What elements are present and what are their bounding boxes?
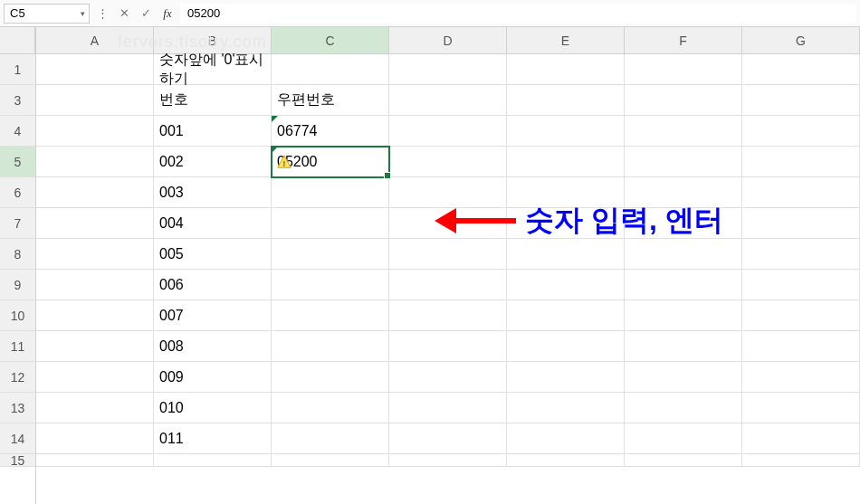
cell-B10[interactable]: 007 [154, 300, 272, 331]
cell-A10[interactable] [36, 300, 154, 331]
cell-A9[interactable] [36, 270, 154, 300]
chevron-down-icon[interactable]: ▾ [81, 9, 85, 18]
cell-F9[interactable] [625, 270, 742, 300]
row-header-13[interactable]: 13 [0, 393, 35, 423]
cell-F12[interactable] [625, 362, 742, 393]
column-header-G[interactable]: G [742, 27, 860, 53]
cell-E15[interactable] [507, 454, 625, 467]
select-all-corner[interactable] [0, 27, 35, 54]
cell-E9[interactable] [507, 270, 625, 300]
cell-E6[interactable] [507, 177, 625, 208]
cell-E11[interactable] [507, 331, 625, 362]
row-header-8[interactable]: 8 [0, 239, 35, 270]
more-icon[interactable]: ⋮ [93, 4, 111, 24]
cell-E5[interactable] [507, 147, 625, 177]
cell-A4[interactable] [36, 116, 154, 147]
cell-C6[interactable] [272, 177, 389, 208]
cell-D13[interactable] [389, 393, 507, 423]
column-header-E[interactable]: E [507, 27, 625, 53]
row-header-10[interactable]: 10 [0, 300, 35, 331]
cell-G12[interactable] [742, 362, 860, 393]
cell-E4[interactable] [507, 116, 625, 147]
cell-E12[interactable] [507, 362, 625, 393]
cell-F5[interactable] [625, 147, 742, 177]
cell-C7[interactable] [272, 208, 389, 239]
cell-B7[interactable]: 004 [154, 208, 272, 239]
cell-E10[interactable] [507, 300, 625, 331]
row-header-6[interactable]: 6 [0, 177, 35, 208]
cell-B14[interactable]: 011 [154, 423, 272, 454]
cell-F8[interactable] [625, 239, 742, 270]
cell-G7[interactable] [742, 208, 860, 239]
cell-A11[interactable] [36, 331, 154, 362]
cell-F15[interactable] [625, 454, 742, 467]
row-header-11[interactable]: 11 [0, 331, 35, 362]
cell-C1[interactable] [272, 54, 389, 85]
cell-A14[interactable] [36, 423, 154, 454]
cell-A7[interactable] [36, 208, 154, 239]
cell-B1[interactable]: 숫자앞에 '0'표시하기 [154, 54, 272, 85]
row-header-12[interactable]: 12 [0, 362, 35, 393]
cell-C10[interactable] [272, 300, 389, 331]
column-header-D[interactable]: D [389, 27, 507, 53]
cell-D6[interactable] [389, 177, 507, 208]
cell-D15[interactable] [389, 454, 507, 467]
cell-G13[interactable] [742, 393, 860, 423]
cell-D14[interactable] [389, 423, 507, 454]
cell-G6[interactable] [742, 177, 860, 208]
cell-G9[interactable] [742, 270, 860, 300]
cell-F13[interactable] [625, 393, 742, 423]
cell-D9[interactable] [389, 270, 507, 300]
cell-A5[interactable] [36, 147, 154, 177]
cell-G10[interactable] [742, 300, 860, 331]
cell-E13[interactable] [507, 393, 625, 423]
cell-B15[interactable] [154, 454, 272, 467]
cell-C3[interactable]: 우편번호 [272, 85, 389, 116]
cell-D4[interactable] [389, 116, 507, 147]
cell-G1[interactable] [742, 54, 860, 85]
cell-B5[interactable]: 002! [154, 147, 272, 177]
cell-A12[interactable] [36, 362, 154, 393]
cell-E3[interactable] [507, 85, 625, 116]
cell-G15[interactable] [742, 454, 860, 467]
cell-C9[interactable] [272, 270, 389, 300]
cell-A3[interactable] [36, 85, 154, 116]
cell-E8[interactable] [507, 239, 625, 270]
cell-B13[interactable]: 010 [154, 393, 272, 423]
cell-D1[interactable] [389, 54, 507, 85]
column-header-F[interactable]: F [625, 27, 742, 53]
cell-C8[interactable] [272, 239, 389, 270]
cell-F6[interactable] [625, 177, 742, 208]
cell-D7[interactable] [389, 208, 507, 239]
cell-D12[interactable] [389, 362, 507, 393]
cell-A1[interactable] [36, 54, 154, 85]
cell-C11[interactable] [272, 331, 389, 362]
confirm-icon[interactable]: ✓ [137, 4, 155, 24]
row-header-14[interactable]: 14 [0, 423, 35, 454]
row-header-9[interactable]: 9 [0, 270, 35, 300]
cell-F1[interactable] [625, 54, 742, 85]
name-box[interactable]: C5 ▾ [4, 4, 90, 24]
cell-F4[interactable] [625, 116, 742, 147]
cell-B12[interactable]: 009 [154, 362, 272, 393]
cell-B3[interactable]: 번호 [154, 85, 272, 116]
cell-G4[interactable] [742, 116, 860, 147]
cell-B6[interactable]: 003 [154, 177, 272, 208]
cell-F11[interactable] [625, 331, 742, 362]
cell-C13[interactable] [272, 393, 389, 423]
cell-E7[interactable] [507, 208, 625, 239]
cell-G3[interactable] [742, 85, 860, 116]
row-header-5[interactable]: 5 [0, 147, 35, 177]
cell-G5[interactable] [742, 147, 860, 177]
row-header-4[interactable]: 4 [0, 116, 35, 147]
cell-B4[interactable]: 001 [154, 116, 272, 147]
cell-G11[interactable] [742, 331, 860, 362]
cell-F14[interactable] [625, 423, 742, 454]
cell-C12[interactable] [272, 362, 389, 393]
cell-B11[interactable]: 008 [154, 331, 272, 362]
cell-C15[interactable] [272, 454, 389, 467]
cell-B9[interactable]: 006 [154, 270, 272, 300]
cell-C4[interactable]: 06774 [272, 116, 389, 147]
cell-F3[interactable] [625, 85, 742, 116]
cell-D5[interactable] [389, 147, 507, 177]
